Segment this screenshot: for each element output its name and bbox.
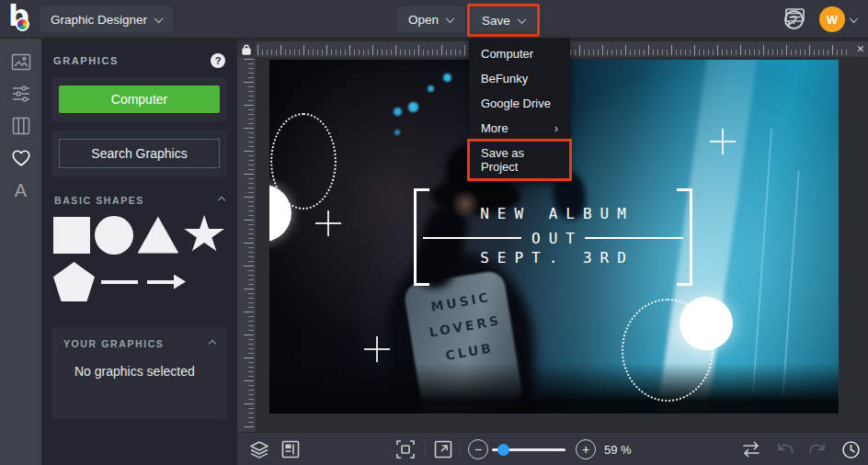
- shape-star[interactable]: [183, 215, 225, 255]
- lock-icon: [242, 44, 251, 55]
- open-button[interactable]: Open: [397, 6, 464, 32]
- bottom-toolbar: − + 59 %: [237, 432, 868, 465]
- save-highlight-frame: Save: [467, 4, 540, 37]
- avatar: W: [819, 6, 845, 32]
- vertical-ruler[interactable]: [237, 57, 256, 432]
- submenu-arrow-icon: ›: [554, 121, 558, 135]
- search-graphics-button[interactable]: Search Graphics: [59, 139, 220, 168]
- bokeh-dot: [443, 74, 451, 82]
- collapse-chevron-icon[interactable]: [209, 340, 216, 347]
- your-graphics-section: YOUR GRAPHICS No graphics selected: [51, 327, 227, 419]
- basic-shapes-title: BASIC SHAPES: [54, 195, 144, 206]
- redo-icon: [808, 442, 827, 457]
- zoom-out-button[interactable]: −: [468, 433, 488, 465]
- sidebar-item-templates[interactable]: [10, 115, 32, 137]
- close-rulers-icon[interactable]: ×: [857, 41, 864, 57]
- save-menu-item-more[interactable]: More ›: [469, 116, 570, 141]
- save-menu-item-google-drive[interactable]: Google Drive: [469, 91, 570, 116]
- fullscreen-button[interactable]: [434, 433, 452, 465]
- save-menu-item-save-as-project[interactable]: Save as Project: [469, 141, 570, 179]
- feedback-chat-icon[interactable]: [784, 0, 805, 33]
- fit-screen-icon: [395, 439, 416, 459]
- sidebar-item-graphics[interactable]: [10, 147, 32, 169]
- top-bar: b Graphic Designer Open Save ? W: [0, 0, 868, 39]
- undo-button[interactable]: [776, 433, 794, 465]
- sidebar-item-image-manager[interactable]: [10, 51, 32, 73]
- chevron-down-icon: [446, 14, 455, 23]
- image-icon: [11, 53, 31, 71]
- chevron-down-icon: [850, 14, 859, 23]
- shape-line[interactable]: [101, 280, 138, 284]
- save-label: Save: [482, 14, 510, 28]
- upload-computer-button[interactable]: Computer: [59, 85, 220, 113]
- save-dropdown-menu: Computer BeFunky Google Drive More › Sav…: [469, 39, 570, 183]
- undo-icon: [776, 442, 794, 457]
- compare-arrows-icon: [741, 441, 761, 458]
- layout-icon: [281, 440, 300, 459]
- logo-color-disc-icon: [16, 17, 29, 31]
- fit-to-screen-button[interactable]: [395, 433, 416, 465]
- open-label: Open: [408, 13, 439, 27]
- befunky-logo[interactable]: b: [8, 5, 36, 34]
- your-graphics-empty-state: No graphics selected: [74, 364, 224, 379]
- columns-icon: [12, 117, 30, 135]
- basic-shapes-grid: [41, 211, 237, 314]
- tool-sidebar: A: [0, 39, 41, 465]
- album-text-overlay[interactable]: NEW ALBUM OUT SEPT. 3RD: [414, 188, 692, 286]
- history-clock-icon: [841, 440, 861, 459]
- bokeh-dot: [408, 102, 418, 112]
- shape-square[interactable]: [53, 217, 90, 254]
- heart-icon: [11, 149, 31, 167]
- layers-button[interactable]: [249, 433, 269, 465]
- crosshair-graphic[interactable]: [364, 336, 390, 362]
- sidebar-item-edit[interactable]: [10, 83, 32, 105]
- bokeh-dot: [394, 108, 402, 116]
- zoom-slider-knob[interactable]: [497, 444, 509, 456]
- save-menu-item-computer[interactable]: Computer: [469, 41, 570, 66]
- redo-button[interactable]: [808, 433, 827, 465]
- sidebar-item-text[interactable]: A: [10, 179, 32, 201]
- shirt-text: MUSIC LOVERS CLUB: [414, 282, 518, 372]
- overlay-line2: OUT: [521, 230, 585, 247]
- overlay-line1: NEW ALBUM: [414, 205, 692, 222]
- shape-circle[interactable]: [95, 216, 133, 255]
- shape-pentagon[interactable]: [53, 262, 95, 301]
- app-switcher-label: Graphic Designer: [51, 13, 147, 27]
- overlay-line3: SEPT. 3RD: [414, 249, 692, 267]
- panel-title: GRAPHICS: [53, 55, 119, 66]
- collapse-chevron-icon[interactable]: [218, 197, 225, 204]
- graphics-panel: GRAPHICS ? Computer Search Graphics BASI…: [41, 39, 237, 465]
- shape-arrow[interactable]: [147, 275, 186, 289]
- bokeh-dot: [394, 130, 400, 135]
- open-external-icon: [434, 440, 452, 459]
- shape-triangle[interactable]: [138, 217, 179, 254]
- save-button[interactable]: Save: [471, 7, 536, 33]
- save-menu-item-befunky[interactable]: BeFunky: [469, 66, 570, 91]
- zoom-in-button[interactable]: +: [576, 433, 596, 465]
- crosshair-graphic[interactable]: [710, 129, 736, 154]
- panel-help-icon[interactable]: ?: [211, 53, 225, 68]
- white-circle-graphic[interactable]: [680, 297, 733, 350]
- history-button[interactable]: [841, 433, 861, 465]
- crosshair-graphic[interactable]: [315, 210, 341, 236]
- your-graphics-title: YOUR GRAPHICS: [63, 338, 164, 349]
- text-tool-icon: A: [15, 180, 27, 201]
- chevron-down-icon: [154, 14, 164, 23]
- compare-button[interactable]: [741, 433, 761, 465]
- layers-icon: [249, 440, 269, 459]
- app-switcher-button[interactable]: Graphic Designer: [40, 6, 173, 32]
- bokeh-dot: [428, 85, 434, 92]
- account-menu[interactable]: W: [819, 6, 857, 32]
- layout-manager-button[interactable]: [281, 433, 300, 465]
- zoom-slider[interactable]: [492, 448, 565, 451]
- zoom-percentage: 59 %: [604, 433, 632, 465]
- sliders-icon: [11, 85, 31, 103]
- chevron-down-icon: [517, 15, 526, 24]
- ruler-lock[interactable]: [237, 41, 256, 57]
